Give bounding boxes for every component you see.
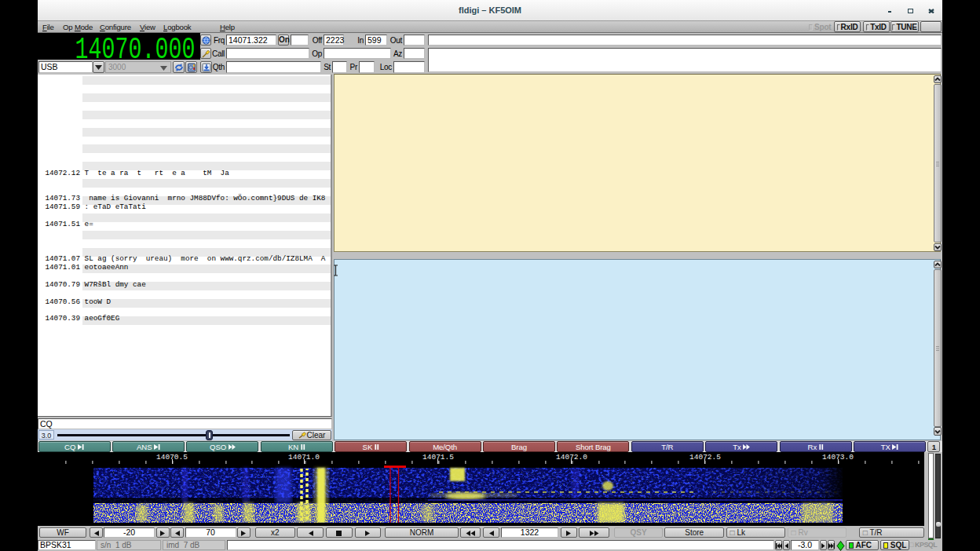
- svg-text:14070.000: 14070.000: [75, 33, 196, 60]
